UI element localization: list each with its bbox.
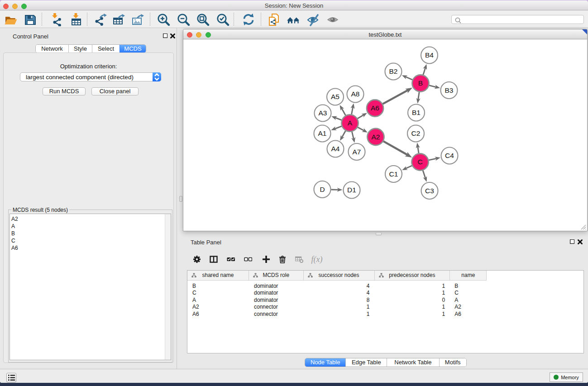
main-toolbar [0, 10, 588, 28]
graph-edge-A-A3[interactable] [335, 118, 341, 120]
zoom-out-icon[interactable] [177, 13, 190, 26]
task-history-button[interactable] [6, 373, 16, 382]
criterion-select[interactable]: largest connected component (directed) [20, 72, 161, 81]
mcds-result-list[interactable]: A2ABCA6 [10, 214, 171, 360]
table-close-panel-icon[interactable] [578, 239, 583, 244]
search-input[interactable] [463, 16, 580, 23]
mcds-result-item[interactable]: C [10, 237, 164, 244]
graph-edge-B-B1[interactable] [418, 92, 419, 100]
column-header-predecessor-nodes[interactable]: predecessor nodes [375, 271, 450, 281]
toolbar-separator [234, 13, 234, 26]
memory-button[interactable]: Memory [550, 372, 583, 382]
save-session-icon[interactable] [23, 13, 37, 26]
window-title: Session: New Session [0, 2, 588, 9]
mcds-result-item[interactable]: A2 [10, 215, 164, 223]
window-resize-grip[interactable] [580, 224, 586, 230]
table-panel-title: Table Panel [191, 239, 221, 246]
graph-edge-B-B4[interactable] [423, 68, 425, 75]
column-header-name[interactable]: name [450, 271, 487, 281]
export-table-icon[interactable] [112, 13, 125, 26]
optimization-criterion-label: Optimization criterion: [4, 63, 173, 70]
table-row-A2[interactable]: A2connector11A2 [188, 304, 487, 311]
select-all-icon[interactable] [225, 253, 237, 265]
show-eye-icon[interactable] [326, 13, 340, 26]
vertical-split-handle[interactable] [179, 196, 182, 202]
graph-edge-C-C3[interactable] [423, 171, 425, 178]
hide-panel-icon[interactable] [306, 13, 320, 26]
graph-edge-B-B3[interactable] [429, 86, 436, 87]
vertical-splitter[interactable] [177, 28, 177, 369]
mcds-result-item[interactable]: A [10, 223, 164, 230]
table-row-B[interactable]: Bdominator41B [188, 283, 487, 290]
table-cell: A [450, 297, 487, 304]
network-window-title: testGlobe.txt [183, 31, 587, 38]
graph-edge-A-A7[interactable] [352, 132, 354, 139]
graph-edge-C-C2[interactable] [418, 147, 419, 153]
close-panel-icon[interactable] [170, 33, 175, 38]
graph-edge-A2-C[interactable] [383, 141, 407, 155]
import-table-icon[interactable] [69, 13, 82, 26]
graph-edge-A-A2[interactable] [358, 127, 364, 131]
graph-edge-C-C1[interactable] [406, 166, 412, 168]
float-panel-icon[interactable] [163, 33, 167, 38]
clone-network-icon[interactable] [267, 13, 280, 26]
table-row-A6[interactable]: A6connector11A6 [188, 311, 487, 318]
deselect-all-icon[interactable] [242, 253, 254, 265]
zoom-selected-icon[interactable] [216, 13, 229, 26]
delete-column-icon[interactable] [277, 253, 288, 265]
tab-network-table[interactable]: Network Table [387, 358, 439, 367]
gear-icon[interactable] [191, 253, 203, 265]
graph-edge-A-A1[interactable] [335, 126, 342, 129]
tab-edge-table[interactable]: Edge Table [345, 358, 387, 367]
network-view-window: testGlobe.txt AA6A2BCA5A8A3A1A4A7B2B4B3B… [183, 29, 588, 231]
graph-edge-A-A4[interactable] [342, 131, 345, 138]
criterion-selected-value: largest connected component (directed) [26, 74, 134, 81]
graph-edge-A-A6[interactable] [358, 115, 364, 119]
search-box[interactable] [451, 15, 584, 24]
network-graph-canvas[interactable]: AA6A2BCA5A8A3A1A4A7B2B4B3B1C2C4C1C3DD1 [183, 39, 587, 231]
list-icon [8, 374, 15, 381]
graph-node-label-C3: C3 [425, 187, 434, 195]
tab-style[interactable]: Style [68, 45, 92, 52]
control-panel: Control Panel NetworkStyleSelectMCDS Opt… [0, 28, 177, 369]
horizontal-split-handle[interactable] [376, 232, 382, 235]
run-mcds-button[interactable]: Run MCDS [43, 87, 86, 95]
memory-status-icon [554, 375, 559, 380]
graph-node-label-A6: A6 [371, 104, 379, 112]
close-panel-button[interactable]: Close panel [91, 87, 139, 95]
mcds-result-item[interactable]: A6 [10, 244, 164, 252]
export-network-icon[interactable] [94, 13, 107, 26]
graph-edge-A-A8[interactable] [352, 107, 353, 114]
import-network-icon[interactable] [49, 13, 62, 26]
refresh-icon[interactable] [241, 13, 255, 26]
column-header-label: shared name [202, 272, 234, 278]
column-header-MCDS-role[interactable]: MCDS role [249, 271, 304, 281]
graph-edge-B-B2[interactable] [406, 77, 412, 80]
column-header-successor-nodes[interactable]: successor nodes [304, 271, 375, 281]
zoom-in-icon[interactable] [157, 13, 170, 26]
table-cell: dominator [249, 283, 304, 290]
table-cell: A [188, 297, 249, 304]
tab-select[interactable]: Select [92, 45, 120, 52]
columns-icon[interactable] [208, 253, 220, 265]
add-column-icon[interactable] [260, 253, 272, 265]
graph-edge-A-A5[interactable] [342, 108, 346, 115]
table-row-A[interactable]: Adominator80A [188, 297, 487, 304]
column-header-shared-name[interactable]: shared name [187, 271, 249, 281]
tab-node-table[interactable]: Node Table [305, 358, 345, 367]
table-row-C[interactable]: Cdominator41C [188, 290, 487, 297]
tab-mcds[interactable]: MCDS [120, 45, 146, 52]
table-float-panel-icon[interactable] [570, 239, 574, 244]
table-cell: 1 [375, 304, 451, 311]
graph-edge-A6-B[interactable] [383, 90, 408, 104]
graph-edge-C-C4[interactable] [429, 158, 437, 160]
zoom-fit-icon[interactable] [196, 13, 210, 26]
home-network-icon[interactable] [287, 13, 300, 26]
export-image-icon[interactable] [131, 13, 144, 26]
result-scrollbar[interactable] [165, 214, 171, 360]
tab-motifs[interactable]: Motifs [439, 358, 466, 367]
open-session-icon[interactable] [4, 13, 17, 26]
tab-network[interactable]: Network [36, 45, 68, 52]
mcds-result-item[interactable]: B [10, 230, 164, 237]
mcds-result-title: MCDS result (5 nodes) [11, 207, 69, 213]
